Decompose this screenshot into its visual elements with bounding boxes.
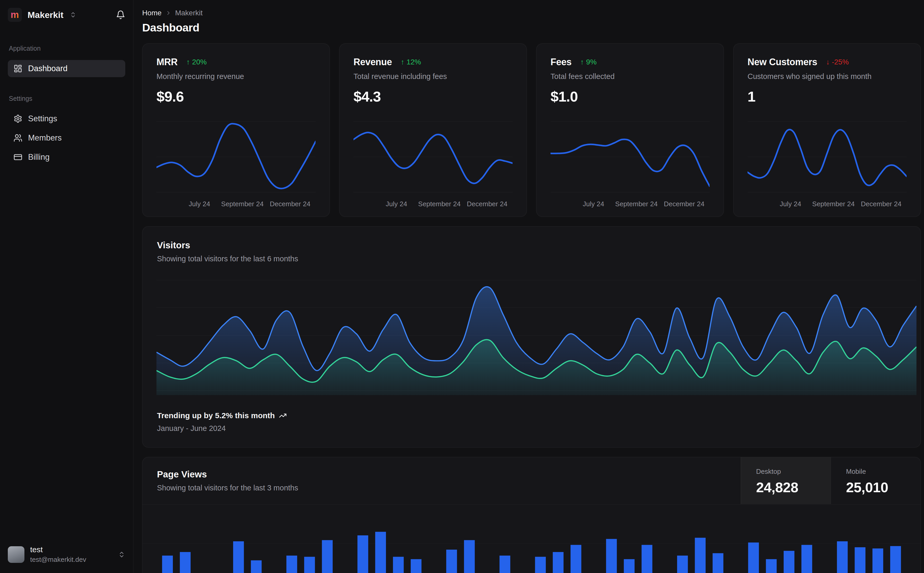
gear-icon bbox=[14, 114, 22, 123]
user-avatar bbox=[8, 546, 24, 563]
stat-cards-row: MRR ↑20% Monthly recurring revenue $9.6 … bbox=[142, 43, 921, 217]
toggle-value: 25,010 bbox=[846, 479, 921, 495]
user-name: test bbox=[30, 545, 86, 554]
x-tick-label: December 24 bbox=[861, 200, 901, 208]
visitors-footer: Trending up by 5.2% this month January -… bbox=[143, 411, 921, 433]
visitors-period: January - June 2024 bbox=[157, 424, 906, 433]
logo-letter: m bbox=[11, 10, 19, 19]
arrow-down-icon: ↓ bbox=[826, 58, 830, 66]
stat-card-revenue: Revenue ↑12% Total revenue including fee… bbox=[339, 43, 527, 217]
bell-icon[interactable] bbox=[116, 10, 125, 19]
stat-label: Revenue bbox=[353, 56, 392, 67]
x-tick-label: July 24 bbox=[780, 200, 801, 208]
sidebar-item-dashboard[interactable]: Dashboard bbox=[8, 60, 125, 77]
main-content: Home Makerkit Dashboard MRR ↑20% Monthly… bbox=[133, 0, 924, 573]
stat-value: $9.6 bbox=[157, 88, 315, 105]
sparkline-chart: July 24September 24December 24 bbox=[157, 118, 315, 209]
page-views-bar-chart bbox=[143, 504, 921, 573]
sidebar-item-label: Billing bbox=[28, 152, 50, 162]
page-views-card: Page Views Showing total visitors for th… bbox=[142, 457, 921, 573]
stat-description: Total fees collected bbox=[551, 72, 709, 81]
x-tick-label: December 24 bbox=[664, 200, 704, 208]
x-axis-ticks: July 24September 24December 24 bbox=[157, 197, 315, 209]
page-title: Dashboard bbox=[142, 21, 921, 34]
sparkline-chart: July 24September 24December 24 bbox=[353, 118, 513, 209]
sidebar-item-billing[interactable]: Billing bbox=[8, 149, 125, 166]
stat-card-fees: Fees ↑9% Total fees collected $1.0 July … bbox=[536, 43, 724, 217]
trend-badge: ↑12% bbox=[401, 58, 421, 66]
x-tick-label: September 24 bbox=[418, 200, 461, 208]
x-tick-label: July 24 bbox=[386, 200, 407, 208]
chevrons-up-down-icon bbox=[70, 11, 77, 18]
sidebar: m Makerkit Application Dashboard Setting… bbox=[0, 0, 133, 573]
stat-description: Customers who signed up this month bbox=[748, 72, 907, 81]
x-tick-label: December 24 bbox=[467, 200, 507, 208]
workspace-switcher[interactable]: m Makerkit bbox=[8, 8, 125, 22]
stat-card-mrr: MRR ↑20% Monthly recurring revenue $9.6 … bbox=[142, 43, 330, 217]
series-toggles: Desktop 24,828 Mobile 25,010 bbox=[741, 457, 921, 504]
sidebar-item-label: Settings bbox=[28, 114, 57, 124]
visitors-card: Visitors Showing total visitors for the … bbox=[142, 226, 921, 448]
stat-label: Fees bbox=[551, 56, 571, 67]
sidebar-item-label: Dashboard bbox=[28, 64, 67, 73]
x-tick-label: July 24 bbox=[189, 200, 210, 208]
chevron-right-icon bbox=[165, 10, 171, 16]
stat-value: $1.0 bbox=[551, 88, 709, 105]
breadcrumb-current[interactable]: Makerkit bbox=[175, 9, 203, 17]
stat-label: New Customers bbox=[748, 56, 817, 67]
visitors-description: Showing total visitors for the last 6 mo… bbox=[157, 255, 906, 263]
trend-badge: ↓-25% bbox=[826, 58, 849, 66]
toggle-label: Desktop bbox=[756, 468, 831, 476]
trend-text: Trending up by 5.2% this month bbox=[157, 411, 275, 420]
x-tick-label: December 24 bbox=[270, 200, 311, 208]
page-views-header: Page Views Showing total visitors for th… bbox=[143, 457, 921, 504]
dashboard-icon bbox=[14, 64, 22, 73]
credit-card-icon bbox=[14, 153, 22, 161]
x-tick-label: July 24 bbox=[583, 200, 604, 208]
visitors-area-chart bbox=[157, 276, 916, 395]
toggle-value: 24,828 bbox=[756, 479, 831, 495]
page-views-title: Page Views bbox=[157, 469, 726, 479]
user-meta: test test@makerkit.dev bbox=[30, 545, 86, 564]
toggle-mobile[interactable]: Mobile 25,010 bbox=[831, 457, 921, 504]
section-label-application: Application bbox=[9, 45, 124, 52]
toggle-desktop[interactable]: Desktop 24,828 bbox=[741, 457, 831, 504]
sidebar-item-label: Members bbox=[28, 133, 61, 142]
sparkline-chart: July 24September 24December 24 bbox=[748, 118, 907, 209]
toggle-label: Mobile bbox=[846, 468, 921, 476]
makerkit-logo: m bbox=[8, 8, 22, 22]
arrow-up-icon: ↑ bbox=[187, 58, 190, 66]
x-tick-label: September 24 bbox=[812, 200, 855, 208]
arrow-up-icon: ↑ bbox=[401, 58, 405, 66]
stat-description: Total revenue including fees bbox=[353, 72, 513, 81]
visitors-title: Visitors bbox=[157, 240, 906, 250]
x-axis-ticks: July 24September 24December 24 bbox=[748, 197, 907, 209]
workspace-name: Makerkit bbox=[28, 10, 63, 20]
section-label-settings: Settings bbox=[9, 95, 124, 102]
stat-value: $4.3 bbox=[353, 88, 513, 105]
chevrons-up-down-icon bbox=[118, 551, 125, 558]
x-tick-label: September 24 bbox=[221, 200, 264, 208]
stat-label: MRR bbox=[157, 56, 177, 67]
user-menu[interactable]: test test@makerkit.dev bbox=[8, 545, 125, 564]
breadcrumb: Home Makerkit bbox=[142, 9, 921, 17]
stat-card-new-customers: New Customers ↓-25% Customers who signed… bbox=[733, 43, 921, 217]
page-views-description: Showing total visitors for the last 3 mo… bbox=[157, 484, 726, 492]
users-icon bbox=[14, 133, 22, 142]
x-tick-label: September 24 bbox=[615, 200, 657, 208]
sparkline-chart: July 24September 24December 24 bbox=[551, 118, 709, 209]
makerkit-dashboard-app: m Makerkit Application Dashboard Setting… bbox=[0, 0, 924, 573]
arrow-up-icon: ↑ bbox=[580, 58, 584, 66]
x-axis-ticks: July 24September 24December 24 bbox=[353, 197, 513, 209]
sidebar-item-members[interactable]: Members bbox=[8, 129, 125, 147]
sidebar-item-settings[interactable]: Settings bbox=[8, 110, 125, 127]
stat-value: 1 bbox=[748, 88, 907, 105]
breadcrumb-home-link[interactable]: Home bbox=[142, 9, 162, 17]
trend-badge: ↑20% bbox=[187, 58, 207, 66]
trending-up-icon bbox=[279, 412, 287, 420]
stat-description: Monthly recurring revenue bbox=[157, 72, 315, 81]
user-email: test@makerkit.dev bbox=[30, 556, 86, 564]
x-axis-ticks: July 24September 24December 24 bbox=[551, 197, 709, 209]
trend-badge: ↑9% bbox=[580, 58, 596, 66]
